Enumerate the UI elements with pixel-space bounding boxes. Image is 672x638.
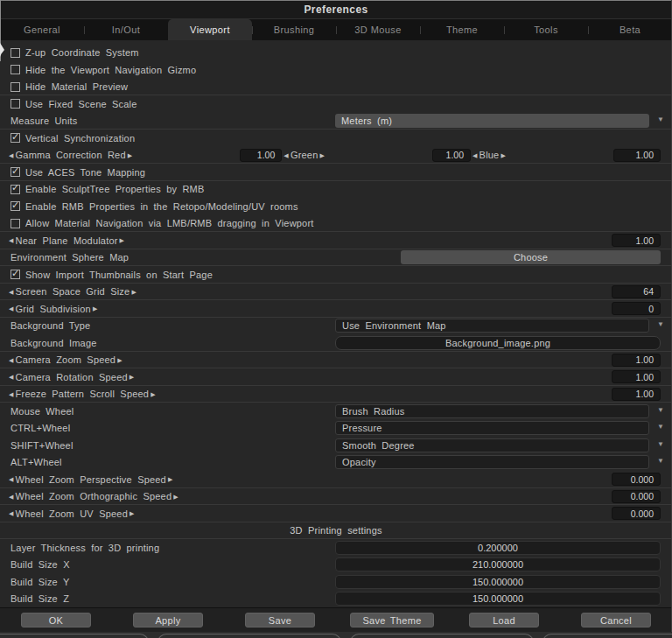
apply-button[interactable]: Apply [133,613,203,627]
spinner-increment-icon[interactable]: ▶ [150,391,156,397]
spinner-increment-icon[interactable]: ▶ [131,289,136,295]
tab-general[interactable]: General [0,19,84,40]
spinner-decrement-icon[interactable]: ◀ [9,357,14,363]
checkbox-checked-icon[interactable]: ✓ [10,201,20,211]
field-label: CTRL+Wheel [10,423,70,433]
spinner-decrement-icon[interactable]: ◀ [9,305,14,312]
value-field[interactable]: 1.00 [612,388,661,401]
value-field[interactable]: 1.00 [432,149,471,162]
checkbox-unchecked-icon[interactable] [10,48,20,58]
spinner-decrement-icon[interactable]: ◀ [9,237,14,243]
window-title: Preferences [304,4,368,16]
checkbox-unchecked-icon[interactable] [10,219,20,228]
checkbox-vertical-synchronization[interactable]: ✓Vertical Synchronization [0,130,672,147]
select-measure-units[interactable]: Meters (m) [335,114,649,128]
section-heading: 3D Printing settings [0,522,672,540]
checkbox-enable-sculpttree-properties-by-rmb[interactable]: ✓Enable SculptTree Properties by RMB [0,181,672,199]
spinner-decrement-icon[interactable]: ◀ [472,152,478,158]
save-theme-button[interactable]: Save Theme [350,613,434,627]
tab-brushing[interactable]: Brushing [252,19,336,40]
spinner-increment-icon[interactable]: ▶ [173,494,178,500]
checkbox-checked-icon[interactable]: ✓ [10,167,20,177]
checkbox-unchecked-icon[interactable] [10,65,20,74]
checkbox-show-import-thumbnails-on-start-page[interactable]: ✓Show Import Thumbnails on Start Page [0,266,672,284]
value-field[interactable]: 1.00 [613,149,661,162]
dropdown-arrow-icon[interactable]: ▼ [657,424,664,431]
checkbox-checked-icon[interactable]: ✓ [10,270,20,279]
checkbox-enable-rmb-properties-in-the-retopo-modeling-uv-rooms[interactable]: ✓Enable RMB Properties in the Retopo/Mod… [0,198,672,215]
select-mouse-wheel[interactable]: Brush Radius [335,404,649,418]
value-field[interactable]: 0.000 [612,473,661,486]
value-field[interactable]: 1.00 [612,354,661,367]
select-shift-wheel[interactable]: Smooth Degree [335,438,649,452]
dropdown-arrow-icon[interactable]: ▼ [657,441,664,448]
value-field[interactable]: 1.00 [612,234,661,247]
load-button[interactable]: Load [469,613,539,627]
dropdown-row-ctrl-wheel: CTRL+WheelPressure▼ [0,420,672,438]
spinner-decrement-icon[interactable]: ◀ [9,391,14,397]
value-field[interactable]: 1.00 [240,149,282,162]
checkbox-unchecked-icon[interactable] [10,82,20,92]
tab-3d-mouse[interactable]: 3D Mouse [336,19,420,40]
checkbox-checked-icon[interactable]: ✓ [10,133,20,143]
select-alt-wheel[interactable]: Opacity [335,455,649,469]
gamma-correction-row: ◀Gamma Correction Red▶1.00◀Green▶1.00◀Bl… [0,147,672,165]
value-field[interactable]: 0.000 [612,490,661,503]
spinner-label: Green [290,150,318,160]
checkbox-unchecked-icon[interactable] [10,99,20,109]
checkbox-label: Enable SculptTree Properties by RMB [25,184,204,194]
checkbox-hide-the-viewport-navigation-gizmo[interactable]: Hide the Viewport Navigation Gizmo [0,61,672,79]
tab-tools[interactable]: Tools [504,19,588,40]
spinner-increment-icon[interactable]: ▶ [128,152,133,158]
tab-beta[interactable]: Beta [588,19,672,40]
text-input-build-size-z[interactable]: 150.000000 [335,592,661,606]
spinner-decrement-icon[interactable]: ◀ [9,152,14,158]
spinner-increment-icon[interactable]: ▶ [120,237,125,243]
titlebar[interactable]: Preferences [0,0,672,19]
choose-button[interactable]: Choose [401,250,661,264]
spinner-decrement-icon[interactable]: ◀ [9,510,14,516]
spinner-increment-icon[interactable]: ▶ [93,305,98,312]
checkbox-allow-material-navigation-via-lmb-rmb-dragging-in-viewport[interactable]: Allow Material Navigation via LMB/RMB dr… [0,215,672,233]
spinner-increment-icon[interactable]: ▶ [319,152,325,158]
save-button[interactable]: Save [245,613,315,627]
spinner-label: Camera Rotation Speed [16,372,128,382]
dropdown-arrow-icon[interactable]: ▼ [657,458,664,465]
checkbox-use-aces-tone-mapping[interactable]: ✓Use ACES Tone Mapping [0,164,672,181]
text-input-build-size-x[interactable]: 210.000000 [335,557,661,571]
spinner-decrement-icon[interactable]: ◀ [9,374,14,380]
text-input-layer-thickness-for-3d-printing[interactable]: 0.200000 [335,541,661,555]
spinner-increment-icon[interactable]: ▶ [130,510,135,516]
dropdown-arrow-icon[interactable]: ▼ [657,407,664,414]
checkbox-label: Show Import Thumbnails on Start Page [25,270,213,280]
cancel-button[interactable]: Cancel [581,613,651,627]
value-field[interactable]: 64 [612,285,661,298]
value-field[interactable]: 0 [612,302,661,315]
checkbox-hide-material-preview[interactable]: Hide Material Preview [0,79,672,96]
checkbox-checked-icon[interactable]: ✓ [10,185,20,194]
dropdown-arrow-icon[interactable]: ▼ [657,321,664,328]
tab-viewport[interactable]: Viewport [168,19,252,40]
tab-in-out[interactable]: In/Out [84,19,168,40]
ok-button[interactable]: OK [21,613,91,627]
spinner-decrement-icon[interactable]: ◀ [9,476,14,482]
select-background-type[interactable]: Use Environment Map [335,319,649,333]
spinner-increment-icon[interactable]: ▶ [168,476,173,482]
spinner-decrement-icon[interactable]: ◀ [9,289,14,295]
checkbox-label: Use ACES Tone Mapping [25,167,145,178]
tab-theme[interactable]: Theme [420,19,504,40]
background-image-png-button[interactable]: Background_image.png [335,336,661,350]
spinner-decrement-icon[interactable]: ◀ [9,494,14,500]
spinner-increment-icon[interactable]: ▶ [117,357,122,363]
spinner-decrement-icon[interactable]: ◀ [284,152,289,158]
spinner-increment-icon[interactable]: ▶ [500,152,506,158]
checkbox-z-up-coordinate-system[interactable]: Z-up Coordinate System [0,45,672,62]
checkbox-label: Enable RMB Properties in the Retopo/Mode… [25,201,298,212]
spinner-increment-icon[interactable]: ▶ [130,374,135,380]
value-field[interactable]: 0.000 [612,507,661,520]
value-field[interactable]: 1.00 [612,370,661,383]
checkbox-use-fixed-scene-scale[interactable]: Use Fixed Scene Scale [0,95,672,113]
select-ctrl-wheel[interactable]: Pressure [335,421,649,435]
text-input-build-size-y[interactable]: 150.000000 [335,575,661,589]
dropdown-arrow-icon[interactable]: ▼ [657,116,664,123]
